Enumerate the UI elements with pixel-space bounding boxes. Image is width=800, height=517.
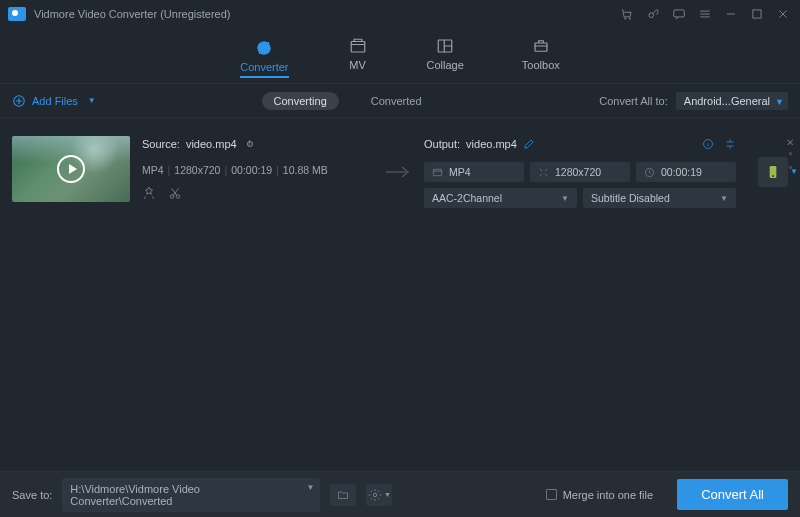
seg-converted[interactable]: Converted [359,92,434,110]
tab-toolbox-label: Toolbox [522,59,560,71]
source-format: MP4 [142,164,164,176]
sub-bar: Add Files ▼ Converting Converted Convert… [0,84,800,118]
status-segment: Converting Converted [262,92,434,110]
info-icon[interactable] [247,141,253,147]
output-duration-chip: 00:00:19 [636,162,736,182]
app-logo-icon [8,7,26,21]
convert-all-button[interactable]: Convert All [677,479,788,510]
output-filename: video.mp4 [466,138,517,150]
titlebar-actions [620,7,790,21]
chevron-down-icon: ▼ [775,97,784,107]
output-resolution: 1280x720 [555,166,601,178]
chevron-down-icon: ▼ [384,491,391,498]
item-move-down-icon[interactable]: ˅ [788,166,793,176]
source-label: Source: [142,138,180,150]
source-filename: video.mp4 [186,138,237,150]
svg-rect-13 [433,169,441,175]
audio-track-select[interactable]: AAC-2Channel ▼ [424,188,577,208]
info-output-icon[interactable] [702,138,714,150]
seg-converting[interactable]: Converting [262,92,339,110]
item-controls: ✕ ˄ ˅ [786,138,794,176]
minimize-icon[interactable] [724,7,738,21]
save-to-path: H:\Vidmore\Vidmore Video Converter\Conve… [70,483,200,507]
tab-mv[interactable]: MV [347,37,369,75]
item-tools [142,186,372,200]
tab-collage[interactable]: Collage [427,37,464,75]
purchase-icon[interactable] [620,7,634,21]
titlebar: Vidmore Video Converter (Unregistered) [0,0,800,28]
audio-track-value: AAC-2Channel [432,192,502,204]
source-resolution: 1280x720 [174,164,220,176]
footer-bar: Save to: H:\Vidmore\Vidmore Video Conver… [0,471,800,517]
output-resolution-chip: 1280x720 [530,162,630,182]
svg-rect-4 [753,10,761,18]
arrow-icon [384,165,412,179]
merge-label: Merge into one file [563,489,654,501]
edit-name-icon[interactable] [523,138,535,150]
subtitle-select[interactable]: Subtitle Disabled ▼ [583,188,736,208]
maximize-icon[interactable] [750,7,764,21]
item-move-up-icon[interactable]: ˄ [788,152,793,162]
file-list: Source: video.mp4 MP4|1280x720|00:00:19|… [0,118,800,471]
convert-all-to-value: Android...General [684,95,770,107]
window-title: Vidmore Video Converter (Unregistered) [34,8,230,20]
svg-point-0 [625,18,626,19]
video-thumbnail[interactable] [12,136,130,202]
svg-rect-8 [535,43,547,51]
output-column: Output: video.mp4 MP4 1280x720 [424,136,736,208]
add-files-button[interactable]: Add Files ▼ [12,94,96,108]
item-remove-icon[interactable]: ✕ [786,138,794,148]
output-format-chip: MP4 [424,162,524,182]
main-tabs: Converter MV Collage Toolbox [0,28,800,84]
tab-mv-label: MV [349,59,366,71]
tab-collage-label: Collage [427,59,464,71]
chevron-down-icon: ▼ [561,194,569,203]
tab-converter[interactable]: Converter [240,39,288,78]
compress-icon[interactable] [724,138,736,150]
source-duration: 00:00:19 [231,164,272,176]
output-label: Output: [424,138,460,150]
tab-toolbox[interactable]: Toolbox [522,37,560,75]
source-meta: MP4|1280x720|00:00:19|10.88 MB [142,164,372,176]
svg-point-2 [649,13,654,18]
subtitle-value: Subtitle Disabled [591,192,670,204]
merge-checkbox[interactable]: Merge into one file [546,489,654,501]
convert-all-to-select[interactable]: Android...General ▼ [676,92,788,110]
add-files-label: Add Files [32,95,78,107]
chevron-down-icon: ▼ [88,96,96,105]
output-format: MP4 [449,166,471,178]
checkbox-icon [546,489,557,500]
cut-icon[interactable] [168,186,182,200]
svg-point-17 [373,493,377,497]
svg-rect-6 [351,41,365,52]
settings-button[interactable]: ▼ [366,484,392,506]
tab-converter-label: Converter [240,61,288,73]
output-props: MP4 1280x720 00:00:19 [424,162,736,182]
register-key-icon[interactable] [646,7,660,21]
convert-all-to-label: Convert All to: [599,95,667,107]
svg-point-1 [629,18,630,19]
feedback-icon[interactable] [672,7,686,21]
output-tracks: AAC-2Channel ▼ Subtitle Disabled ▼ [424,188,736,208]
play-icon[interactable] [57,155,85,183]
open-folder-button[interactable] [330,484,356,506]
output-duration: 00:00:19 [661,166,702,178]
edit-effects-icon[interactable] [142,186,156,200]
save-to-select[interactable]: H:\Vidmore\Vidmore Video Converter\Conve… [62,478,320,512]
source-column: Source: video.mp4 MP4|1280x720|00:00:19|… [142,136,372,208]
source-size: 10.88 MB [283,164,328,176]
svg-point-16 [772,175,774,177]
output-profile-button[interactable]: ▼ [758,157,788,187]
file-item: Source: video.mp4 MP4|1280x720|00:00:19|… [0,128,800,216]
menu-icon[interactable] [698,7,712,21]
chevron-down-icon: ▼ [720,194,728,203]
save-to-label: Save to: [12,489,52,501]
chevron-down-icon: ▼ [306,483,314,492]
convert-all-to: Convert All to: Android...General ▼ [599,92,788,110]
close-icon[interactable] [776,7,790,21]
